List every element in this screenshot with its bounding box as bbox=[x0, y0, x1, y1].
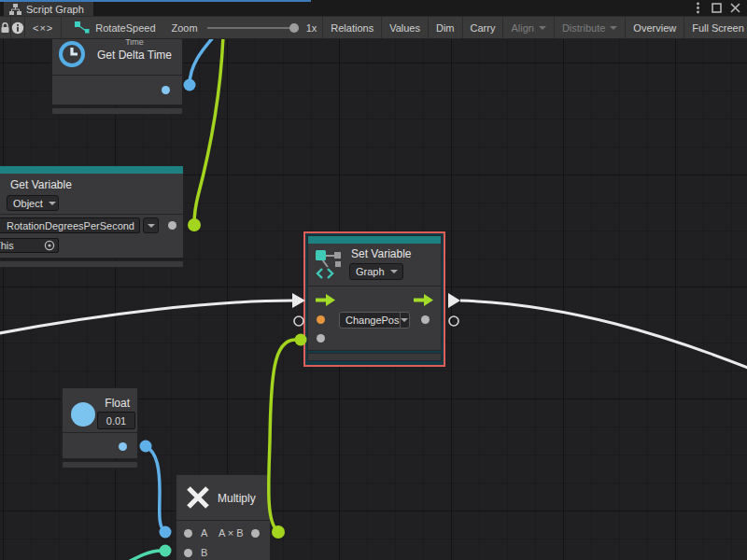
dim-button[interactable]: Dim bbox=[429, 17, 463, 38]
value-wire-delta-time bbox=[190, 39, 215, 85]
node-set-variable[interactable]: Set Variable Graph bbox=[303, 231, 445, 367]
node-multiply[interactable]: Multiply A A × B B bbox=[176, 474, 271, 560]
code-icon: <×> bbox=[33, 22, 53, 34]
node-title: Get Delta Time bbox=[90, 49, 179, 62]
node-kicker: Time bbox=[90, 39, 179, 47]
port-label-b: B bbox=[201, 547, 207, 558]
relations-button[interactable]: Relations bbox=[323, 17, 382, 38]
node-get-variable[interactable]: Get Variable Object RotationDegreesPerSe… bbox=[0, 165, 184, 268]
graph-node-icon bbox=[75, 21, 90, 34]
chevron-down-icon bbox=[49, 202, 56, 205]
node-title: Set Variable bbox=[351, 247, 411, 260]
object-picker-icon[interactable] bbox=[44, 240, 55, 251]
zoom-slider-knob[interactable] bbox=[289, 23, 299, 33]
variable-scope-dropdown[interactable]: Object bbox=[7, 195, 59, 211]
graph-hierarchy-icon bbox=[9, 4, 21, 15]
value-wire-float-multiply bbox=[146, 446, 164, 531]
values-button[interactable]: Values bbox=[382, 17, 429, 38]
more-icon[interactable] bbox=[691, 2, 704, 15]
overview-button[interactable]: Overview bbox=[626, 17, 684, 38]
variable-name-dropdown[interactable]: ChangePos bbox=[339, 312, 410, 329]
float-output-port[interactable] bbox=[119, 442, 127, 451]
float-value-field[interactable]: 0.01 bbox=[97, 412, 135, 429]
edit-graph-button[interactable]: <×> bbox=[25, 17, 62, 38]
node-title: Multiply bbox=[218, 492, 256, 505]
port-label-out: A × B bbox=[218, 527, 244, 539]
graph-toolbar: <×> RotateSpeed Zoom 1x Relations Values… bbox=[0, 16, 747, 39]
float-icon bbox=[71, 402, 95, 427]
node-footer bbox=[0, 260, 184, 268]
multiply-output-port[interactable] bbox=[251, 529, 260, 538]
node-title: Get Variable bbox=[10, 178, 72, 191]
align-button: Align bbox=[503, 17, 554, 38]
graph-canvas[interactable]: Time Get Delta Time Get Variable Object … bbox=[0, 39, 747, 560]
maximize-icon[interactable] bbox=[710, 2, 723, 15]
chevron-down-icon bbox=[390, 270, 398, 273]
full-screen-button[interactable]: Full Screen bbox=[684, 17, 747, 38]
wire-end-dot bbox=[184, 79, 196, 91]
node-get-delta-time[interactable]: Time Get Delta Time bbox=[51, 39, 183, 115]
node-footer bbox=[62, 461, 138, 469]
zoom-value: 1x bbox=[306, 22, 317, 34]
variable-name-field[interactable]: RotationDegreesPerSecond bbox=[0, 217, 140, 233]
variable-output-port[interactable] bbox=[168, 221, 176, 230]
variable-name-dropdown-button[interactable] bbox=[143, 217, 159, 233]
carry-button[interactable]: Carry bbox=[463, 17, 504, 38]
flow-output-port[interactable] bbox=[414, 294, 433, 306]
variable-scope-dropdown[interactable]: Graph bbox=[349, 263, 403, 280]
flow-wire-right bbox=[460, 301, 747, 370]
tab-bar: Script Graph bbox=[0, 0, 747, 16]
delta-time-output-port[interactable] bbox=[162, 86, 170, 94]
clock-icon bbox=[58, 40, 88, 70]
chevron-down-icon bbox=[539, 26, 546, 30]
unconnected-port-right[interactable] bbox=[449, 316, 458, 326]
zoom-label: Zoom bbox=[172, 22, 198, 34]
set-variable-output-port[interactable] bbox=[421, 315, 430, 324]
node-float[interactable]: Float 0.01 bbox=[62, 387, 138, 469]
target-object-field[interactable]: This bbox=[0, 238, 59, 253]
flow-input-port[interactable] bbox=[316, 294, 335, 306]
flow-wire-left bbox=[0, 301, 292, 334]
wire-end-dot bbox=[188, 218, 201, 231]
value-wire-multiply-b bbox=[114, 551, 161, 560]
port-label-a: A bbox=[201, 527, 207, 539]
graph-name-label: RotateSpeed bbox=[95, 22, 155, 34]
unconnected-port-left[interactable] bbox=[294, 316, 303, 326]
wire-end-dot bbox=[272, 525, 285, 539]
info-button[interactable] bbox=[11, 17, 25, 38]
zoom-slider[interactable] bbox=[207, 27, 297, 29]
chevron-down-icon bbox=[610, 26, 617, 30]
node-footer bbox=[51, 107, 183, 115]
flow-arrowhead-right bbox=[448, 293, 460, 308]
variable-node-icon bbox=[315, 248, 345, 280]
variable-kind-bar bbox=[0, 166, 183, 174]
tab-title: Script Graph bbox=[26, 4, 84, 15]
lock-button[interactable] bbox=[0, 17, 11, 38]
variable-kind-bar bbox=[308, 236, 441, 244]
distribute-button: Distribute bbox=[555, 17, 626, 38]
multiply-input-b-port[interactable] bbox=[184, 549, 192, 557]
wire-end-dot bbox=[160, 526, 172, 539]
lock-icon bbox=[0, 22, 10, 34]
value-input-port[interactable] bbox=[317, 334, 325, 343]
multiply-input-a-port[interactable] bbox=[184, 529, 192, 538]
node-title: Float bbox=[105, 397, 130, 410]
graph-reference-segment[interactable]: RotateSpeed Zoom 1x bbox=[62, 17, 323, 38]
chevron-down-icon bbox=[148, 224, 155, 228]
value-wire-get-variable bbox=[194, 39, 223, 224]
node-footer bbox=[307, 353, 442, 361]
wire-end-dot bbox=[160, 545, 172, 557]
close-icon[interactable] bbox=[728, 2, 741, 15]
info-icon bbox=[11, 21, 24, 35]
chevron-down-icon bbox=[401, 318, 408, 322]
variable-name-port[interactable] bbox=[317, 315, 325, 324]
wire-end-dot bbox=[140, 441, 152, 453]
value-wire-multiply-setvar bbox=[269, 340, 295, 531]
tab-script-graph[interactable]: Script Graph bbox=[4, 2, 93, 16]
multiply-icon bbox=[184, 483, 212, 511]
